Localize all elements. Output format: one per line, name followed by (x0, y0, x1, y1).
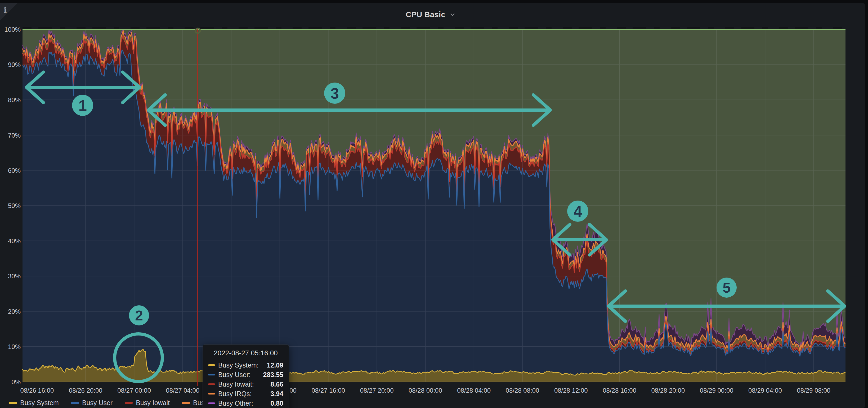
legend-swatch-icon (71, 402, 79, 404)
y-tick-label: 60% (0, 167, 21, 174)
tooltip-series-value: 0.80 (270, 400, 283, 407)
x-tick-label: 08/28 20:00 (651, 387, 685, 394)
y-tick-label: 70% (0, 132, 21, 139)
y-tick-label: 50% (0, 202, 21, 210)
panel-header[interactable]: CPU Basic (0, 6, 862, 23)
legend-label: Busy Iowait (136, 399, 170, 407)
x-tick-label: 08/27 04:00 (166, 387, 199, 394)
cpu-chart[interactable]: 12345 (0, 0, 868, 408)
legend-item[interactable]: Busy User (71, 399, 113, 407)
y-tick-label: 10% (0, 343, 21, 350)
tooltip-swatch-icon (208, 374, 215, 375)
tooltip-row: Busy Iowait:8.66 (208, 379, 283, 389)
y-tick-label: 30% (0, 273, 21, 280)
tooltip-swatch-icon (208, 383, 215, 385)
tooltip-row: Busy IRQs:3.94 (208, 389, 283, 399)
grafana-dashboard: { "panel": { "title": "CPU Basic", "info… (0, 0, 868, 408)
legend-label: Busy System (20, 399, 59, 407)
y-tick-label: 80% (0, 96, 21, 104)
tooltip-swatch-icon (208, 402, 215, 404)
y-tick-label: 90% (0, 61, 21, 69)
annotation-badge-5-number: 5 (723, 280, 731, 296)
tooltip-row: Busy Other:0.80 (208, 399, 283, 408)
x-tick-label: 08/28 04:00 (457, 387, 491, 394)
legend-label: Busy User (82, 399, 113, 407)
tooltip-row: Busy User:283.55 (208, 370, 283, 379)
x-tick-label: 08/27 16:00 (311, 387, 345, 394)
info-icon: i (4, 5, 7, 14)
tooltip-series-label: Busy IRQs: (218, 390, 252, 398)
tooltip-series-value: 283.55 (263, 371, 283, 379)
x-tick-label: 08/29 08:00 (797, 387, 830, 394)
x-tick-label: 08/29 04:00 (748, 387, 782, 394)
tooltip-series-label: Busy Other: (218, 400, 253, 407)
y-tick-label: 20% (0, 308, 21, 315)
tooltip-series-value: 3.94 (270, 390, 283, 398)
x-tick-label: 08/26 16:00 (21, 387, 54, 394)
annotation-badge-1-number: 1 (79, 97, 87, 114)
annotation-badge-4-number: 4 (574, 203, 582, 220)
annotation-badge-2-number: 2 (135, 307, 143, 323)
tooltip-series-label: Busy Iowait: (218, 380, 254, 388)
tooltip-timestamp: 2022-08-27 05:16:00 (208, 349, 283, 357)
x-tick-label: 08/29 00:00 (700, 387, 734, 394)
legend: Busy SystemBusy UserBusy IowaitBusy IRQs (9, 399, 225, 407)
x-tick-label: 08/28 08:00 (506, 387, 539, 394)
legend-swatch-icon (9, 402, 17, 404)
tooltip-swatch-icon (208, 393, 215, 395)
legend-swatch-icon (182, 402, 190, 404)
panel-info-corner[interactable] (0, 3, 18, 21)
x-tick-label: 08/28 00:00 (409, 387, 442, 394)
y-tick-label: 100% (0, 26, 21, 33)
x-tick-label: 08/28 12:00 (554, 387, 588, 394)
legend-item[interactable]: Busy Iowait (125, 399, 170, 407)
tooltip-swatch-icon (208, 364, 215, 366)
x-tick-label: 08/27 20:00 (360, 387, 394, 394)
x-tick-label: 08/28 16:00 (603, 387, 636, 394)
legend-item[interactable]: Busy System (9, 399, 59, 407)
tooltip: 2022-08-27 05:16:00 Busy System:12.09Bus… (203, 344, 289, 408)
panel-title[interactable]: CPU Basic (406, 10, 445, 19)
legend-swatch-icon (125, 402, 133, 404)
annotation-badge-3-number: 3 (331, 85, 339, 102)
tooltip-series-label: Busy System: (218, 362, 259, 369)
tooltip-row: Busy System:12.09 (208, 361, 283, 370)
x-tick-label: 08/26 20:00 (69, 387, 102, 394)
x-tick-label: 08/27 00:00 (117, 387, 151, 394)
chevron-down-icon (449, 11, 456, 18)
tooltip-series-value: 8.66 (270, 380, 283, 388)
y-tick-label: 40% (0, 237, 21, 245)
y-tick-label: 0% (0, 378, 21, 386)
tooltip-series-value: 12.09 (267, 362, 283, 369)
tooltip-rows: Busy System:12.09Busy User:283.55Busy Io… (208, 361, 283, 408)
tooltip-series-label: Busy User: (218, 371, 250, 379)
